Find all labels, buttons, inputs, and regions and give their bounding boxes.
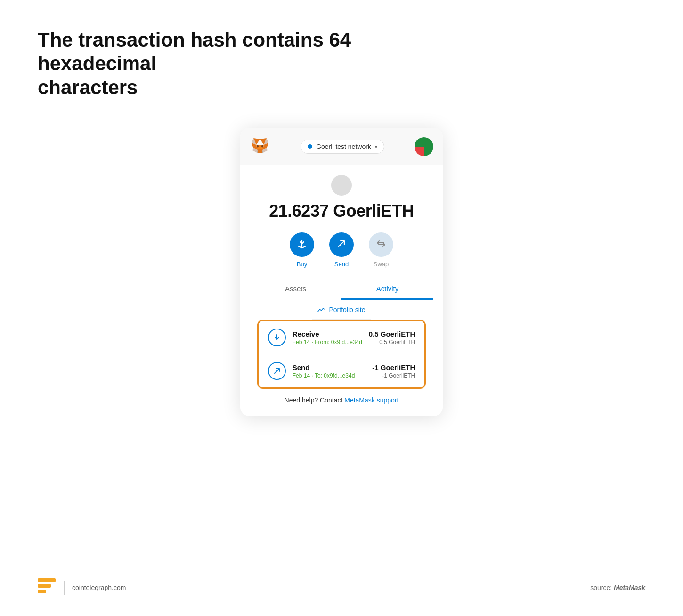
send-button[interactable]: Send: [329, 232, 354, 268]
account-icon: [331, 175, 352, 196]
network-status-dot: [308, 144, 312, 149]
network-selector[interactable]: Goerli test network ▾: [301, 140, 384, 154]
balance-display: 21.6237 GoerliETH: [269, 201, 414, 221]
svg-point-14: [261, 145, 263, 148]
transaction-send[interactable]: Send Feb 14 · To: 0x9fd...e34d -1 Goerli…: [259, 354, 424, 387]
swap-button[interactable]: Swap: [369, 232, 393, 268]
receive-amount-section: 0.5 GoerliETH 0.5 GoerliETH: [369, 330, 415, 345]
swap-icon: [376, 238, 386, 251]
transactions-section: Receive Feb 14 · From: 0x9fd...e34d 0.5 …: [257, 320, 426, 389]
send-label: Send: [334, 261, 349, 268]
svg-rect-17: [38, 590, 46, 593]
svg-marker-10: [257, 149, 263, 153]
wallet-header: Goerli test network ▾: [240, 128, 443, 165]
page-title: The transaction hash contains 64 hexadec…: [38, 28, 367, 99]
cointelegraph-logo: [38, 578, 57, 597]
buy-icon: [297, 238, 307, 251]
content-center: Goerli test network ▾ 21.6237 GoerliETH: [38, 128, 645, 416]
network-name: Goerli test network: [316, 143, 371, 150]
transaction-receive[interactable]: Receive Feb 14 · From: 0x9fd...e34d 0.5 …: [259, 321, 424, 354]
receive-detail: Feb 14 · From: 0x9fd...e34d: [293, 339, 362, 345]
account-section: 21.6237 GoerliETH Buy: [240, 165, 443, 416]
send-tx-icon: [268, 362, 286, 380]
portfolio-link-text: Portfolio site: [329, 306, 365, 313]
send-tx-name: Send: [293, 363, 366, 371]
send-info: Send Feb 14 · To: 0x9fd...e34d: [293, 363, 366, 379]
footer-source: source: MetaMask: [590, 584, 645, 591]
avatar[interactable]: [415, 137, 433, 156]
receive-amount: 0.5 GoerliETH: [369, 330, 415, 338]
send-icon-circle: [329, 232, 354, 257]
wallet-card: Goerli test network ▾ 21.6237 GoerliETH: [240, 128, 443, 416]
send-amount-section: -1 GoerliETH -1 GoerliETH: [372, 363, 415, 379]
buy-button[interactable]: Buy: [290, 232, 314, 268]
send-amount-sub: -1 GoerliETH: [372, 372, 415, 379]
svg-rect-16: [38, 584, 51, 588]
portfolio-chart-icon: [317, 306, 325, 313]
chevron-down-icon: ▾: [375, 144, 377, 149]
receive-name: Receive: [293, 330, 362, 338]
svg-point-13: [257, 145, 259, 148]
page-wrapper: The transaction hash contains 64 hexadec…: [0, 0, 683, 444]
footer-site: cointelegraph.com: [72, 584, 126, 591]
help-text: Need help? Contact: [285, 396, 345, 404]
swap-icon-circle: [369, 232, 393, 257]
buy-label: Buy: [297, 261, 307, 268]
tab-activity[interactable]: Activity: [342, 279, 433, 300]
footer-left: cointelegraph.com: [38, 578, 126, 597]
help-section: Need help? Contact MetaMask support: [277, 389, 407, 411]
wallet-tabs: Assets Activity: [250, 279, 433, 300]
receive-icon: [268, 329, 286, 346]
action-buttons: Buy Send: [290, 232, 393, 268]
portfolio-link[interactable]: Portfolio site: [312, 300, 371, 320]
buy-icon-circle: [290, 232, 314, 257]
svg-rect-15: [38, 578, 56, 582]
send-icon: [336, 238, 347, 251]
metamask-logo: [250, 135, 270, 158]
page-footer: cointelegraph.com source: MetaMask: [38, 578, 645, 597]
send-amount: -1 GoerliETH: [372, 363, 415, 371]
swap-label: Swap: [374, 261, 389, 268]
receive-info: Receive Feb 14 · From: 0x9fd...e34d: [293, 330, 362, 345]
tab-assets[interactable]: Assets: [250, 279, 342, 300]
metamask-support-link[interactable]: MetaMask support: [344, 396, 398, 404]
receive-amount-sub: 0.5 GoerliETH: [369, 339, 415, 345]
send-tx-detail: Feb 14 · To: 0x9fd...e34d: [293, 372, 366, 379]
footer-divider: [64, 581, 65, 595]
